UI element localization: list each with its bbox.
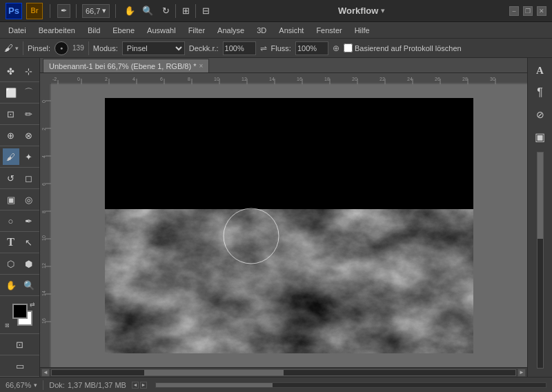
fluss-input[interactable]: [295, 41, 328, 55]
menu-auswahl[interactable]: Auswahl: [141, 25, 181, 36]
workflow-area: Workflow ▾: [338, 6, 385, 16]
scroll-track[interactable]: [51, 369, 516, 376]
foreground-color[interactable]: [12, 304, 28, 319]
brush-settings-panel-button[interactable]: ⊘: [531, 105, 550, 124]
canvas-wrapper[interactable]: [51, 84, 527, 367]
horizontal-scrollbar[interactable]: ◄ ►: [40, 367, 527, 377]
screen-mode-tool[interactable]: ▭: [12, 357, 28, 374]
deckkraft-toggle[interactable]: ⇌: [260, 43, 267, 53]
scroll-left-button[interactable]: ◄: [41, 369, 50, 377]
brush-tool-selector[interactable]: 🖌 ▾: [4, 43, 19, 53]
gradient-tool[interactable]: ▣: [3, 191, 19, 208]
eraser-tool[interactable]: ◻: [21, 170, 37, 186]
color-swatches: ⇄ ⊠: [3, 301, 37, 329]
right-scroll-thumb[interactable]: [538, 153, 543, 239]
brush-tool[interactable]: 🖌: [3, 148, 19, 165]
menu-fenster[interactable]: Fenster: [310, 25, 347, 36]
type-tool[interactable]: T: [3, 234, 19, 251]
status-scroll-thumb[interactable]: [156, 383, 273, 387]
eyedropper-tool[interactable]: ✏: [21, 106, 37, 122]
workflow-dropdown-icon[interactable]: ▾: [381, 6, 385, 15]
svg-text:0: 0: [41, 100, 46, 103]
airbrush-toggle[interactable]: ⊕: [333, 43, 339, 53]
document-canvas[interactable]: [105, 98, 473, 353]
hand-tools-group: ✋ 🔍: [0, 275, 39, 296]
menu-filter[interactable]: Filter: [183, 25, 210, 36]
zoom-status: 66,67% ▾: [6, 381, 37, 389]
menu-hilfe[interactable]: Hilfe: [349, 25, 375, 36]
menu-ansicht[interactable]: Ansicht: [273, 25, 309, 36]
history-brush-tool[interactable]: ↺: [3, 170, 19, 186]
zoom-display[interactable]: 66,7 ▾: [82, 4, 110, 18]
screen-mode-group: ▭: [0, 355, 39, 377]
path-selection-tool[interactable]: ↖: [21, 234, 37, 251]
crop-tools-group: ⊡ ✏: [0, 104, 39, 125]
arrange-tool-title[interactable]: ⊟: [197, 3, 214, 19]
protokoll-label: Basierend auf Protokoll löschen: [344, 43, 462, 52]
br-icon: Br: [26, 3, 43, 19]
ruler-h-svg: -2 0 2 4 6 8 10 12 14 16 18 20 2: [51, 73, 527, 84]
pen-tool[interactable]: ✒: [21, 213, 37, 229]
scroll-right-button[interactable]: ►: [518, 369, 526, 377]
minimize-button[interactable]: –: [509, 6, 519, 16]
svg-text:10: 10: [214, 77, 219, 81]
menu-ebene[interactable]: Ebene: [107, 25, 140, 36]
zoom-tool-title[interactable]: 🔍: [139, 3, 156, 19]
restore-button[interactable]: ❐: [523, 6, 533, 16]
tab-close-button[interactable]: ×: [199, 62, 203, 70]
blur-tool[interactable]: ◎: [21, 191, 37, 208]
swap-colors-icon[interactable]: ⇄: [30, 301, 35, 308]
type-panel-button[interactable]: A: [531, 61, 550, 80]
move-tool[interactable]: ✤: [3, 63, 19, 79]
menu-bearbeiten[interactable]: Bearbeiten: [33, 25, 81, 36]
rotate-tool-title[interactable]: ↻: [157, 3, 174, 19]
shape-tool[interactable]: ⬡: [3, 255, 19, 272]
clone-stamp-tool[interactable]: ✦: [21, 148, 37, 165]
layers-panel-button[interactable]: ▣: [531, 127, 550, 146]
svg-text:10: 10: [41, 235, 46, 241]
nav-left-button[interactable]: ◄: [132, 382, 139, 389]
horizontal-ruler: -2 0 2 4 6 8 10 12 14 16 18 20 2: [51, 73, 527, 84]
3d-tool[interactable]: ⬢: [21, 255, 37, 272]
protokoll-checkbox[interactable]: [344, 43, 353, 52]
shape-tools-group: ⬡ ⬢: [0, 253, 39, 275]
svg-text:12: 12: [241, 77, 247, 81]
document-tab[interactable]: Unbenannt-1 bei 66,7% (Ebene 1, RGB/8) *…: [43, 59, 209, 72]
menu-bild[interactable]: Bild: [82, 25, 106, 36]
hand-tool[interactable]: ✋: [3, 277, 19, 293]
status-scroll-track[interactable]: [155, 382, 546, 388]
menu-3d[interactable]: 3D: [251, 25, 272, 36]
quick-mask-tool[interactable]: ⊡: [12, 336, 28, 353]
deckkraft-input[interactable]: [223, 41, 256, 55]
crop-tool[interactable]: ⊡: [3, 106, 19, 122]
zoom-tool[interactable]: 🔍: [21, 277, 37, 293]
titlebar-tools: ✋ 🔍 ↻ ⊞ ⊟: [121, 3, 214, 19]
right-scroll-track[interactable]: [537, 152, 544, 369]
spot-healing-tool[interactable]: ⊗: [21, 127, 37, 144]
modus-label: Modus:: [93, 44, 118, 52]
paragraph-panel-button[interactable]: ¶: [531, 83, 550, 102]
dodge-tool[interactable]: ○: [3, 213, 19, 229]
scroll-thumb[interactable]: [144, 370, 284, 375]
close-button[interactable]: ✕: [537, 6, 546, 16]
status-divider: [43, 380, 43, 390]
nav-right-button[interactable]: ►: [140, 382, 147, 389]
grid-tool-title[interactable]: ⊞: [177, 3, 194, 19]
lasso-tool[interactable]: ⌒: [21, 84, 37, 101]
brush-preview[interactable]: ●: [55, 41, 68, 55]
brush-tools-group: 🖌 ✦: [0, 146, 39, 168]
svg-text:0: 0: [77, 77, 80, 81]
tool-selector[interactable]: ✒: [57, 4, 70, 18]
fluss-label: Fluss:: [271, 44, 291, 52]
ruler-corner: [40, 73, 51, 84]
menu-datei[interactable]: Datei: [3, 25, 32, 36]
modus-select[interactable]: Pinsel Normal Multiplizieren: [122, 41, 185, 55]
healing-brush-tool[interactable]: ⊕: [3, 127, 19, 144]
menu-analyse[interactable]: Analyse: [212, 25, 250, 36]
default-colors-icon[interactable]: ⊠: [5, 322, 10, 329]
main-area: ✤ ⊹ ⬜ ⌒ ⊡ ✏ ⊕ ⊗ 🖌 ✦: [0, 58, 552, 377]
artboard-tool[interactable]: ⊹: [21, 63, 37, 79]
hand-tool-title[interactable]: ✋: [121, 3, 138, 19]
rectangular-marquee-tool[interactable]: ⬜: [3, 84, 19, 101]
tool-dropdown-arrow: ▾: [15, 45, 19, 52]
